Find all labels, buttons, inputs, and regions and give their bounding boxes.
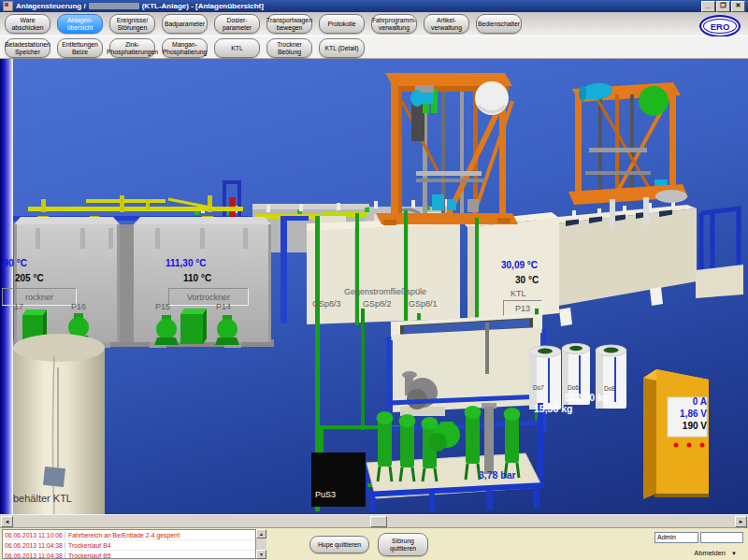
log-time: 06.06.2013 11:04:38 — [3, 542, 65, 549]
rectifier-voltage-set: 190 V — [666, 420, 707, 432]
horizontal-scrollbar[interactable]: ◄ ► — [0, 514, 748, 527]
log-message: Fahrbereich an Be/Entlade 2-4 gesperrt — [65, 532, 180, 538]
nav-trockner-beoelung[interactable]: Trockner Beölung — [266, 38, 312, 58]
nav-transportwagen-bewegen[interactable]: Transportwagen bewegen — [266, 14, 312, 34]
alarm-log[interactable]: 06.06.2013 11:10:06 Fahrbereich an Be/En… — [2, 529, 256, 559]
plant-3d-view[interactable]: ,90 °C 205 °C rockner 17 P16 111,30 °C 1… — [0, 59, 748, 514]
dryer1-pump-left-label: 17 — [14, 302, 23, 311]
ktl-pump-label: P13 — [515, 304, 530, 313]
nav-anlagenuebersicht[interactable]: Anlagen- übersicht — [57, 14, 103, 34]
status-footer: 06.06.2013 11:10:06 Fahrbereich an Be/En… — [0, 527, 748, 560]
scroll-left-arrow-icon[interactable]: ◄ — [1, 516, 13, 527]
storage-cylinder[interactable] — [13, 334, 105, 514]
rinse-title: Gegenstromfließspüle — [329, 287, 441, 296]
hoist-crane-1[interactable] — [376, 73, 518, 225]
nav-ktl[interactable]: KTL — [214, 38, 260, 58]
nav-zink-phosphatierungen[interactable]: Zink- Phosphatierungen — [109, 38, 155, 58]
dosing-weight-total: 512,80 kg — [565, 392, 609, 403]
title-bar: Anlagensteuerung / (KTL-Anlage) - [Anlag… — [0, 0, 748, 12]
logout-label[interactable]: Abmelden — [694, 549, 726, 557]
log-message: Trockenlauf B5 — [65, 553, 110, 559]
primary-toolbar: Ware abschicken Anlagen- übersicht Ereig… — [0, 12, 748, 36]
application-window: Anlagensteuerung / (KTL-Anlage) - [Anlag… — [0, 0, 748, 560]
password-field[interactable] — [700, 532, 743, 543]
chevron-down-icon[interactable]: ▼ — [731, 551, 737, 556]
pump-station[interactable] — [365, 403, 544, 511]
dryer1-temp-set: 205 °C — [15, 273, 44, 283]
dryer2-temp-actual: 111,30 °C — [165, 258, 206, 268]
log-message: Trockenlauf B4 — [65, 542, 110, 549]
minimize-button[interactable]: _ — [701, 1, 715, 12]
barrel-do6-label: Do6 — [568, 384, 579, 391]
dryer2-name: Vortrockner — [187, 293, 230, 302]
dryer1-name: rockner — [25, 293, 53, 302]
horizontal-scrollbar-thumb[interactable] — [370, 516, 387, 527]
nav-dosierparameter[interactable]: Dosier- parameter — [214, 14, 260, 34]
barrel-do8-label: Do8 — [604, 385, 615, 392]
barrel-do7-label: Do7 — [533, 384, 544, 391]
window-controls: _ ❐ ✕ — [701, 1, 745, 12]
nav-entfettungen-beize[interactable]: Entfettungen Beize — [57, 38, 103, 58]
window-title-prefix: Anlagensteuerung / — [16, 2, 86, 10]
ack-fault-button[interactable]: Störung quittieren — [378, 533, 428, 556]
nav-artikelverwaltung[interactable]: Artikel- verwaltung — [424, 14, 469, 34]
dryer2-pump-left-label: P15 — [155, 302, 170, 311]
log-time: 06.06.2013 11:04:38 — [3, 553, 65, 559]
rectifier-voltage-actual: 1,86 V — [666, 408, 707, 420]
nav-bedienschalter[interactable]: Bedienschalter — [476, 14, 522, 34]
view-edge-gradient — [0, 59, 13, 514]
right-pipe-frame — [696, 208, 743, 298]
nav-protokolle[interactable]: Protokolle — [319, 14, 365, 34]
ktl-temp-actual: 30,09 °C — [501, 260, 538, 270]
nav-mangan-phosphatierung[interactable]: Mangan- Phosphatierung — [162, 38, 208, 58]
app-icon — [3, 1, 13, 11]
secondary-toolbar: Beladestationen Speicher Entfettungen Be… — [0, 36, 748, 59]
nav-ereignisse-stoerungen[interactable]: Ereignisse/ Störungen — [109, 14, 155, 34]
window-title-suffix: (KTL-Anlage) - [Anlagenübersicht] — [142, 2, 264, 10]
logout-control[interactable]: Abmelden▼ — [654, 549, 737, 557]
log-row[interactable]: 06.06.2013 11:04:38 Trockenlauf B5 — [3, 551, 255, 559]
nav-beladestationen-speicher[interactable]: Beladestationen Speicher — [5, 38, 50, 58]
ack-horn-button[interactable]: Hupe quittieren — [309, 536, 369, 553]
rinse-cell-1: GSp8/1 — [409, 299, 438, 309]
dryer1-pump-right-label: P16 — [71, 302, 86, 311]
pus3-label: PuS3 — [315, 490, 336, 499]
rectifier-cabinet[interactable] — [643, 369, 709, 499]
dryer1-temp-actual: ,90 °C — [1, 258, 27, 268]
redacted-text — [89, 3, 139, 9]
hoist-crane-2[interactable] — [568, 81, 688, 227]
log-time: 06.06.2013 11:10:06 — [3, 532, 65, 538]
rinse-cell-3: GSp8/3 — [312, 299, 341, 309]
scroll-up-arrow-icon[interactable]: ▲ — [256, 529, 266, 538]
nav-ktl-detail[interactable]: KTL (Detail) — [319, 38, 365, 58]
close-button[interactable]: ✕ — [731, 1, 745, 12]
storage-tank-label: behälter KTL — [13, 493, 72, 504]
pump-pressure: 3,78 bar — [479, 469, 516, 481]
log-row[interactable]: 06.06.2013 11:10:06 Fahrbereich an Be/En… — [3, 530, 255, 540]
dryer2-nameplate: Vortrockner — [168, 288, 249, 306]
dosing-weight-current: 15,36 kg — [534, 403, 572, 414]
scroll-right-arrow-icon[interactable]: ► — [735, 516, 747, 527]
dryer2-temp-set: 110 °C — [183, 273, 211, 283]
dryer1-nameplate: rockner — [2, 288, 77, 306]
restore-button[interactable]: ❐ — [716, 1, 730, 12]
ktl-name: KTL — [511, 289, 526, 298]
ero-logo: ERO — [699, 15, 741, 37]
dryer2-pump-right-label: P14 — [216, 302, 231, 311]
nav-badparameter[interactable]: Badparameter — [162, 14, 208, 34]
nav-ware-abschicken[interactable]: Ware abschicken — [5, 14, 50, 34]
rectifier-current: 0 A — [666, 395, 707, 408]
user-field[interactable]: Admin — [654, 532, 698, 543]
log-row[interactable]: 06.06.2013 11:04:38 Trockenlauf B4 — [3, 540, 255, 551]
scroll-down-arrow-icon[interactable]: ▼ — [256, 550, 266, 559]
log-scrollbar[interactable]: ▲ ▼ — [256, 529, 266, 559]
rinse-cell-2: GSp8/2 — [363, 299, 392, 309]
rectifier-display: 0 A 1,86 V 190 V — [666, 395, 707, 432]
ktl-temp-set: 30 °C — [515, 275, 539, 285]
ktl-pump-plate: P13 — [503, 300, 542, 316]
nav-fahrprogrammverwaltung[interactable]: Fahrprogramm- verwaltung — [371, 14, 417, 34]
